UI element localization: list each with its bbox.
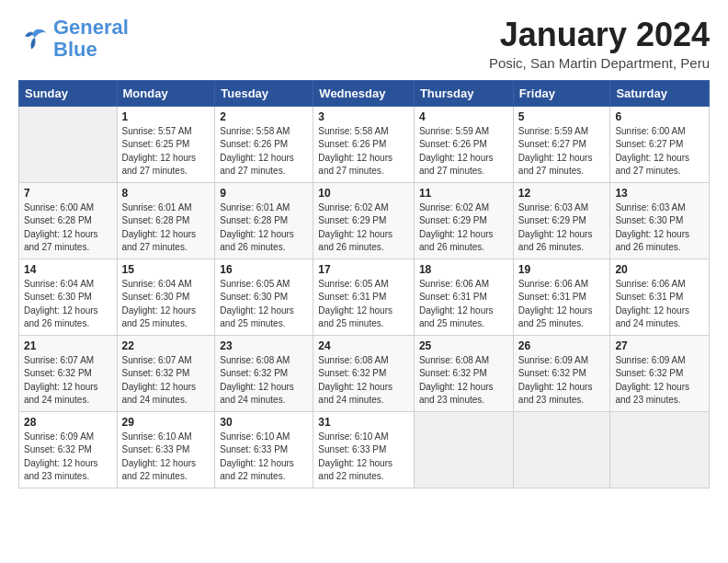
calendar-cell: 25Sunrise: 6:08 AM Sunset: 6:32 PM Dayli… [414,335,513,411]
day-info: Sunrise: 5:59 AM Sunset: 6:26 PM Dayligh… [419,125,508,178]
logo-line1: General [53,16,129,39]
calendar-cell: 4Sunrise: 5:59 AM Sunset: 6:26 PM Daylig… [414,106,513,182]
calendar-cell: 11Sunrise: 6:02 AM Sunset: 6:29 PM Dayli… [414,182,513,259]
day-number: 7 [24,187,112,200]
day-info: Sunrise: 5:58 AM Sunset: 6:26 PM Dayligh… [318,125,409,178]
day-number: 24 [318,339,409,352]
calendar-header-day: Sunday [19,80,118,106]
day-number: 1 [122,110,210,123]
day-number: 8 [122,187,210,200]
day-number: 25 [419,339,508,352]
day-number: 31 [318,416,409,429]
day-info: Sunrise: 5:59 AM Sunset: 6:27 PM Dayligh… [518,125,606,178]
calendar-cell: 22Sunrise: 6:07 AM Sunset: 6:32 PM Dayli… [117,335,215,411]
calendar-cell: 18Sunrise: 6:06 AM Sunset: 6:31 PM Dayli… [414,259,513,335]
day-info: Sunrise: 5:57 AM Sunset: 6:25 PM Dayligh… [122,125,210,178]
calendar-cell: 15Sunrise: 6:04 AM Sunset: 6:30 PM Dayli… [117,259,215,335]
day-info: Sunrise: 6:08 AM Sunset: 6:32 PM Dayligh… [220,354,308,408]
day-number: 17 [318,263,409,276]
day-info: Sunrise: 6:07 AM Sunset: 6:32 PM Dayligh… [122,354,210,408]
day-number: 29 [122,416,210,429]
logo-line2: Blue [53,38,97,61]
day-number: 5 [518,110,606,123]
calendar-cell: 2Sunrise: 5:58 AM Sunset: 6:26 PM Daylig… [215,106,313,182]
calendar-cell: 7Sunrise: 6:00 AM Sunset: 6:28 PM Daylig… [19,182,118,259]
day-number: 10 [318,187,409,200]
header-row: General Blue January 2024 Posic, San Mar… [18,17,710,71]
day-info: Sunrise: 6:07 AM Sunset: 6:32 PM Dayligh… [24,354,112,408]
calendar-cell: 3Sunrise: 5:58 AM Sunset: 6:26 PM Daylig… [313,106,415,182]
day-number: 21 [24,339,112,352]
day-number: 3 [318,110,409,123]
day-number: 20 [615,263,704,276]
day-number: 13 [615,187,704,200]
calendar-header-row: SundayMondayTuesdayWednesdayThursdayFrid… [19,80,710,106]
day-info: Sunrise: 6:01 AM Sunset: 6:28 PM Dayligh… [220,201,308,255]
day-info: Sunrise: 6:04 AM Sunset: 6:30 PM Dayligh… [122,278,210,331]
day-number: 15 [122,263,210,276]
calendar-cell: 27Sunrise: 6:09 AM Sunset: 6:32 PM Dayli… [610,335,710,411]
logo-text: General Blue [53,17,129,61]
calendar-cell: 26Sunrise: 6:09 AM Sunset: 6:32 PM Dayli… [513,335,610,411]
day-info: Sunrise: 6:01 AM Sunset: 6:28 PM Dayligh… [122,201,210,255]
calendar-cell: 23Sunrise: 6:08 AM Sunset: 6:32 PM Dayli… [215,335,313,411]
calendar-cell: 28Sunrise: 6:09 AM Sunset: 6:32 PM Dayli… [19,411,118,488]
main-title: January 2024 [489,17,710,53]
day-number: 2 [220,110,308,123]
calendar-cell: 5Sunrise: 5:59 AM Sunset: 6:27 PM Daylig… [513,106,610,182]
day-info: Sunrise: 6:04 AM Sunset: 6:30 PM Dayligh… [24,278,112,331]
day-info: Sunrise: 6:08 AM Sunset: 6:32 PM Dayligh… [318,354,409,408]
day-info: Sunrise: 6:06 AM Sunset: 6:31 PM Dayligh… [419,278,508,331]
calendar-cell: 20Sunrise: 6:06 AM Sunset: 6:31 PM Dayli… [610,259,710,335]
calendar-cell: 16Sunrise: 6:05 AM Sunset: 6:30 PM Dayli… [215,259,313,335]
calendar-week-row: 21Sunrise: 6:07 AM Sunset: 6:32 PM Dayli… [19,335,710,411]
calendar-header-day: Wednesday [313,80,415,106]
calendar-cell: 24Sunrise: 6:08 AM Sunset: 6:32 PM Dayli… [313,335,415,411]
day-number: 19 [518,263,606,276]
calendar-header-day: Thursday [414,80,513,106]
calendar-header-day: Monday [117,80,215,106]
calendar-cell [19,106,118,182]
day-info: Sunrise: 6:00 AM Sunset: 6:28 PM Dayligh… [24,201,112,255]
calendar-cell: 12Sunrise: 6:03 AM Sunset: 6:29 PM Dayli… [513,182,610,259]
day-number: 9 [220,187,308,200]
calendar-week-row: 7Sunrise: 6:00 AM Sunset: 6:28 PM Daylig… [19,182,710,259]
day-info: Sunrise: 6:03 AM Sunset: 6:30 PM Dayligh… [615,201,704,255]
calendar-table: SundayMondayTuesdayWednesdayThursdayFrid… [18,80,710,488]
page: General Blue January 2024 Posic, San Mar… [0,0,728,498]
calendar-week-row: 1Sunrise: 5:57 AM Sunset: 6:25 PM Daylig… [19,106,710,182]
day-info: Sunrise: 6:09 AM Sunset: 6:32 PM Dayligh… [518,354,606,408]
day-info: Sunrise: 5:58 AM Sunset: 6:26 PM Dayligh… [220,125,308,178]
calendar-cell: 19Sunrise: 6:06 AM Sunset: 6:31 PM Dayli… [513,259,610,335]
calendar-cell: 1Sunrise: 5:57 AM Sunset: 6:25 PM Daylig… [117,106,215,182]
day-info: Sunrise: 6:06 AM Sunset: 6:31 PM Dayligh… [518,278,606,331]
day-info: Sunrise: 6:05 AM Sunset: 6:30 PM Dayligh… [220,278,308,331]
day-info: Sunrise: 6:05 AM Sunset: 6:31 PM Dayligh… [318,278,409,331]
calendar-cell: 8Sunrise: 6:01 AM Sunset: 6:28 PM Daylig… [117,182,215,259]
calendar-cell: 6Sunrise: 6:00 AM Sunset: 6:27 PM Daylig… [610,106,710,182]
day-number: 23 [220,339,308,352]
calendar-cell: 14Sunrise: 6:04 AM Sunset: 6:30 PM Dayli… [19,259,118,335]
day-info: Sunrise: 6:00 AM Sunset: 6:27 PM Dayligh… [615,125,704,178]
day-info: Sunrise: 6:06 AM Sunset: 6:31 PM Dayligh… [615,278,704,331]
calendar-header-day: Saturday [610,80,710,106]
calendar-cell: 21Sunrise: 6:07 AM Sunset: 6:32 PM Dayli… [19,335,118,411]
day-number: 4 [419,110,508,123]
title-block: January 2024 Posic, San Martin Departmen… [489,17,710,71]
calendar-cell: 17Sunrise: 6:05 AM Sunset: 6:31 PM Dayli… [313,259,415,335]
calendar-cell: 13Sunrise: 6:03 AM Sunset: 6:30 PM Dayli… [610,182,710,259]
day-number: 30 [220,416,308,429]
day-info: Sunrise: 6:09 AM Sunset: 6:32 PM Dayligh… [615,354,704,408]
calendar-cell: 10Sunrise: 6:02 AM Sunset: 6:29 PM Dayli… [313,182,415,259]
calendar-cell [513,411,610,488]
day-info: Sunrise: 6:09 AM Sunset: 6:32 PM Dayligh… [24,431,112,484]
day-number: 27 [615,339,704,352]
day-number: 26 [518,339,606,352]
calendar-cell: 30Sunrise: 6:10 AM Sunset: 6:33 PM Dayli… [215,411,313,488]
subtitle: Posic, San Martin Department, Peru [489,55,710,71]
day-info: Sunrise: 6:10 AM Sunset: 6:33 PM Dayligh… [318,431,409,484]
day-number: 28 [24,416,112,429]
day-info: Sunrise: 6:02 AM Sunset: 6:29 PM Dayligh… [419,201,508,255]
calendar-week-row: 28Sunrise: 6:09 AM Sunset: 6:32 PM Dayli… [19,411,710,488]
calendar-cell: 31Sunrise: 6:10 AM Sunset: 6:33 PM Dayli… [313,411,415,488]
